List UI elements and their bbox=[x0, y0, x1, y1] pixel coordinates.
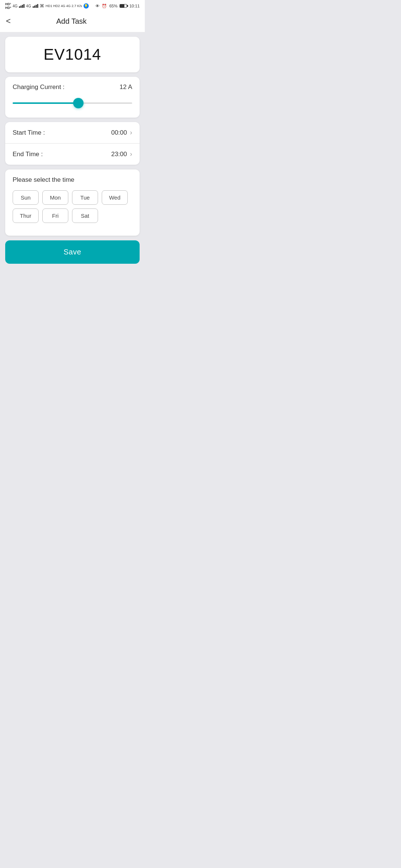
signal-4g-2: 4G bbox=[26, 4, 31, 8]
top-nav: < Add Task bbox=[0, 12, 145, 32]
current-slider[interactable] bbox=[13, 98, 132, 109]
signal-bars-1 bbox=[19, 4, 25, 8]
charging-current-card: Charging Current : 12 A bbox=[5, 77, 140, 118]
day-button-tue[interactable]: Tue bbox=[72, 190, 98, 205]
eye-icon: 👁 bbox=[95, 4, 100, 8]
day-select-title: Please select the time bbox=[13, 176, 132, 184]
notification-icon: 💡 bbox=[84, 3, 89, 9]
slider-fill bbox=[13, 102, 78, 104]
charging-current-label: Charging Current : bbox=[13, 83, 65, 91]
save-button[interactable]: Save bbox=[5, 240, 140, 264]
start-time-row[interactable]: Start Time : 00:00 › bbox=[5, 122, 140, 144]
day-button-fri[interactable]: Fri bbox=[42, 208, 68, 223]
battery-icon bbox=[120, 4, 127, 8]
slider-thumb[interactable] bbox=[73, 98, 84, 108]
start-time-label: Start Time : bbox=[13, 129, 45, 137]
day-button-sun[interactable]: Sun bbox=[13, 190, 39, 205]
status-right: 👁 ⏰ 65% 10:11 bbox=[95, 4, 140, 9]
days-row-2: Thur Fri Sat bbox=[13, 208, 132, 223]
network-speed: HD1 HD2 4G 4G 2.7 K/s bbox=[46, 4, 82, 8]
end-time-row[interactable]: End Time : 23:00 › bbox=[5, 144, 140, 165]
day-button-thur[interactable]: Thur bbox=[13, 208, 39, 223]
end-time-chevron-icon: › bbox=[130, 150, 132, 158]
back-button[interactable]: < bbox=[6, 16, 15, 26]
status-left: HD¹HD² 4G 4G ⌘ HD1 HD2 4G 4G 2.7 K/s 💡 bbox=[5, 2, 89, 10]
signal-4g-1: 4G bbox=[13, 4, 17, 8]
main-content: EV1014 Charging Current : 12 A Start Tim… bbox=[0, 32, 145, 268]
status-bar: HD¹HD² 4G 4G ⌘ HD1 HD2 4G 4G 2.7 K/s 💡 👁… bbox=[0, 0, 145, 12]
device-id-card: EV1014 bbox=[5, 37, 140, 72]
battery-percent: 65% bbox=[109, 4, 117, 8]
days-row-1: Sun Mon Tue Wed bbox=[13, 190, 132, 205]
device-id-value: EV1014 bbox=[43, 46, 101, 63]
end-time-value: 23:00 bbox=[111, 151, 127, 158]
time-card: Start Time : 00:00 › End Time : 23:00 › bbox=[5, 122, 140, 165]
day-button-sat[interactable]: Sat bbox=[72, 208, 98, 223]
start-time-value-row: 00:00 › bbox=[111, 129, 132, 137]
end-time-label: End Time : bbox=[13, 151, 43, 158]
end-time-value-row: 23:00 › bbox=[111, 150, 132, 158]
day-select-card: Please select the time Sun Mon Tue Wed T… bbox=[5, 169, 140, 236]
wifi-icon: ⌘ bbox=[40, 3, 44, 9]
day-button-mon[interactable]: Mon bbox=[42, 190, 68, 205]
day-button-wed[interactable]: Wed bbox=[102, 190, 128, 205]
battery-fill bbox=[120, 4, 124, 7]
start-time-chevron-icon: › bbox=[130, 129, 132, 137]
charging-current-value: 12 A bbox=[120, 83, 132, 91]
page-title: Add Task bbox=[15, 17, 128, 26]
hd-icons: HD¹HD² bbox=[5, 2, 11, 10]
slider-track bbox=[13, 102, 132, 104]
alarm-icon: ⏰ bbox=[102, 4, 107, 9]
signal-bars-2 bbox=[33, 4, 38, 8]
start-time-value: 00:00 bbox=[111, 129, 127, 137]
charging-header: Charging Current : 12 A bbox=[13, 83, 132, 91]
clock-time: 10:11 bbox=[129, 4, 140, 8]
